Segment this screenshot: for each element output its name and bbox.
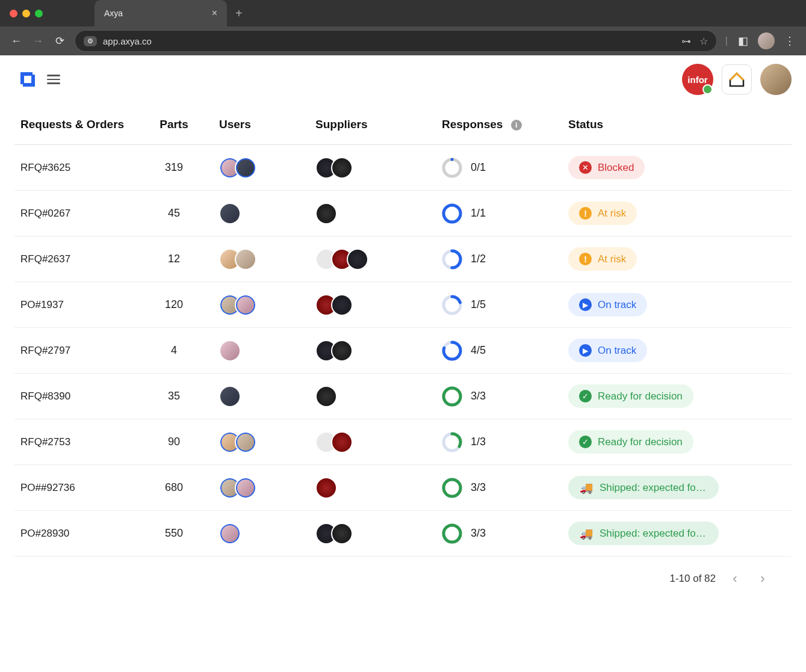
- window-close-icon[interactable]: [10, 10, 17, 17]
- users-cell: [213, 511, 309, 556]
- request-id: PO#28930: [14, 511, 141, 556]
- table-row[interactable]: RFQ#839035 3/3✓Ready for decision: [14, 374, 792, 419]
- status-pill: ▶On track: [568, 293, 647, 316]
- table-row[interactable]: RFQ#263712 1/2!At risk: [14, 236, 792, 282]
- users-cell: [213, 374, 309, 419]
- status-label: At risk: [598, 208, 626, 220]
- window-maximize-icon[interactable]: [35, 10, 43, 17]
- parts-count: 45: [141, 191, 213, 236]
- toolbar: ← → ⟳ ⚙ app.axya.co ⊶ ☆ | ◧ ⋮: [0, 26, 806, 55]
- pagination: 1-10 of 82 ‹ ›: [14, 556, 792, 587]
- suppliers-cell: [309, 465, 436, 511]
- key-icon[interactable]: ⊶: [681, 35, 691, 47]
- responses-cell: 3/3: [436, 374, 562, 419]
- status-label: Ready for decision: [598, 436, 683, 448]
- user-avatar[interactable]: [760, 64, 792, 95]
- suppliers-cell: [309, 511, 436, 556]
- request-id: RFQ#3625: [14, 145, 141, 191]
- table-row[interactable]: RFQ#3625319 0/1✕Blocked: [14, 145, 792, 191]
- site-settings-icon[interactable]: ⚙: [84, 36, 97, 46]
- table-row[interactable]: RFQ#27974 4/5▶On track: [14, 328, 792, 374]
- responses-cell: 0/1: [436, 145, 562, 191]
- info-icon[interactable]: i: [511, 120, 522, 131]
- status-cell: ▶On track: [562, 328, 792, 374]
- integration-badge[interactable]: infor: [682, 64, 713, 95]
- prev-page-icon[interactable]: ‹: [727, 571, 743, 587]
- header-responses[interactable]: Responses i: [436, 106, 562, 145]
- bookmark-icon[interactable]: ☆: [699, 35, 708, 47]
- new-tab-icon[interactable]: +: [235, 7, 243, 20]
- status-icon: ✓: [579, 436, 592, 448]
- header-status[interactable]: Status: [562, 106, 792, 145]
- app-content: infor Requests & Orders Parts Users Supp…: [0, 55, 806, 587]
- parts-count: 35: [141, 374, 213, 419]
- status-label: Shipped: expected for…: [600, 528, 708, 540]
- status-cell: !At risk: [562, 236, 792, 282]
- progress-ring-icon: [442, 341, 462, 361]
- reload-icon[interactable]: ⟳: [53, 34, 66, 48]
- supplier-logo-icon: [331, 431, 353, 453]
- supplier-logo-icon: [331, 294, 353, 316]
- responses-cell: 1/2: [436, 236, 562, 282]
- responses-label: 1/1: [471, 207, 486, 220]
- status-pill: 🚚Shipped: expected for…: [568, 476, 719, 499]
- responses-label: 1/3: [471, 436, 486, 448]
- url-text: app.axya.co: [103, 36, 675, 46]
- status-icon: ▶: [579, 344, 592, 357]
- next-page-icon[interactable]: ›: [754, 571, 771, 587]
- request-id: RFQ#0267: [14, 191, 141, 236]
- header-suppliers[interactable]: Suppliers: [309, 106, 436, 145]
- supplier-logo-icon: [315, 203, 337, 224]
- window-minimize-icon[interactable]: [22, 10, 30, 17]
- status-pill: ✕Blocked: [568, 156, 645, 179]
- status-icon: ✓: [579, 390, 592, 402]
- suppliers-cell: [309, 328, 436, 374]
- user-avatar-icon: [219, 340, 241, 362]
- parts-count: 90: [141, 419, 213, 465]
- status-pill: !At risk: [568, 247, 637, 271]
- kebab-menu-icon[interactable]: ⋮: [783, 34, 796, 48]
- progress-ring-icon: [442, 523, 462, 544]
- suppliers-cell: [309, 191, 436, 236]
- table-row[interactable]: RFQ#275390 1/3✓Ready for decision: [14, 419, 792, 465]
- user-avatar-icon: [219, 203, 241, 224]
- status-cell: ▶On track: [562, 282, 792, 328]
- parts-count: 550: [141, 511, 213, 556]
- browser-tab[interactable]: Axya ×: [95, 0, 227, 26]
- progress-ring-icon: [442, 203, 462, 224]
- header-requests[interactable]: Requests & Orders: [14, 106, 141, 145]
- back-icon[interactable]: ←: [10, 35, 23, 48]
- status-pill: !At risk: [568, 202, 637, 225]
- table-row[interactable]: RFQ#026745 1/1!At risk: [14, 191, 792, 236]
- home-icon[interactable]: [722, 64, 752, 94]
- status-icon: ▶: [579, 298, 592, 311]
- parts-count: 4: [141, 328, 213, 374]
- users-cell: [213, 282, 309, 328]
- pagination-label: 1-10 of 82: [669, 573, 716, 585]
- table-row[interactable]: PO##92736680 3/3🚚Shipped: expected for…: [14, 465, 792, 511]
- users-cell: [213, 236, 309, 282]
- status-label: Blocked: [598, 162, 634, 174]
- profile-avatar-icon[interactable]: [758, 32, 775, 49]
- close-tab-icon[interactable]: ×: [212, 8, 217, 19]
- responses-cell: 3/3: [436, 511, 562, 556]
- panel-icon[interactable]: ◧: [736, 34, 749, 48]
- progress-ring-icon: [442, 432, 462, 452]
- status-pill: ✓Ready for decision: [568, 384, 693, 408]
- status-label: On track: [598, 345, 636, 357]
- status-cell: ✕Blocked: [562, 145, 792, 191]
- address-bar[interactable]: ⚙ app.axya.co ⊶ ☆: [75, 30, 717, 52]
- status-label: Ready for decision: [598, 390, 683, 402]
- tab-title: Axya: [104, 8, 123, 18]
- table-row[interactable]: PO#1937120 1/5▶On track: [14, 282, 792, 328]
- user-avatar-icon: [235, 431, 256, 453]
- request-id: PO##92736: [14, 465, 141, 511]
- responses-label: 1/5: [471, 298, 486, 311]
- table-row[interactable]: PO#28930550 3/3🚚Shipped: expected for…: [14, 511, 792, 556]
- forward-icon[interactable]: →: [31, 35, 45, 48]
- responses-cell: 1/5: [436, 282, 562, 328]
- table-header-row: Requests & Orders Parts Users Suppliers …: [14, 106, 792, 145]
- header-users[interactable]: Users: [213, 106, 309, 145]
- menu-icon[interactable]: [47, 75, 60, 84]
- header-parts[interactable]: Parts: [141, 106, 213, 145]
